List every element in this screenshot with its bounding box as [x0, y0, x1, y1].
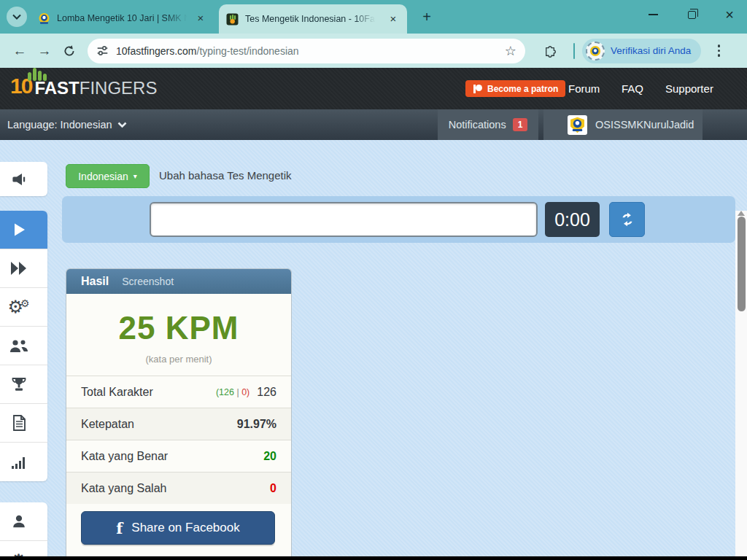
logo-wordmark: FASTFINGERS — [34, 78, 157, 98]
sidebar-item-competitions[interactable] — [0, 365, 47, 404]
extensions-button[interactable] — [538, 39, 563, 63]
toolbar-separator — [573, 43, 575, 59]
profile-verify-label: Verifikasi diri Anda — [611, 45, 691, 56]
school-emblem-favicon — [38, 12, 50, 25]
stat-row-kata-benar: Kata yang Benar 20 — [66, 440, 291, 472]
puzzle-icon — [544, 44, 557, 58]
username: OSISSMKNurulJadid — [595, 119, 694, 131]
fast-forward-icon — [9, 260, 28, 276]
browser-titlebar: Lomba Mengetik 10 Jari | SMK N × Tes Men… — [0, 0, 747, 34]
test-language-label: Indonesian — [78, 171, 128, 182]
sidebar-card-announcements — [0, 162, 47, 196]
back-button[interactable]: ← — [7, 39, 32, 63]
speed-result: 25 KPM (kata per menit) — [66, 294, 291, 376]
play-icon — [10, 221, 28, 238]
notifications-badge: 1 — [513, 118, 528, 131]
stat-row-ketepatan: Ketepatan 91.97% — [66, 408, 291, 440]
nav-link-faq[interactable]: FAQ — [622, 68, 643, 109]
tab-close-icon[interactable]: × — [387, 12, 400, 26]
share-facebook-label: Share on Facebook — [131, 521, 239, 535]
url-bar[interactable]: 10fastfingers.com/typing-test/indonesian… — [88, 39, 525, 63]
tab-hasil[interactable]: Hasil — [81, 275, 109, 288]
language-selector[interactable]: Language: Indonesian — [7, 109, 127, 140]
chevron-down-icon — [12, 14, 21, 20]
tab-screenshot[interactable]: Screenshot — [122, 276, 174, 287]
sidebar-card-main: ⚙⚙ — [0, 211, 47, 481]
bookmark-star-icon[interactable]: ☆ — [505, 43, 516, 59]
restore-icon — [688, 11, 696, 19]
nav-link-supporter[interactable]: Supporter — [665, 68, 713, 109]
logo-fast: FAST — [34, 78, 79, 98]
browser-menu-button[interactable] — [711, 44, 726, 57]
typing-test-bar: 0:00 — [62, 196, 735, 243]
stat-label: Kata yang Benar — [81, 450, 263, 463]
forward-button[interactable]: → — [32, 39, 57, 63]
document-icon — [11, 414, 27, 432]
timer-display: 0:00 — [545, 202, 600, 237]
profile-avatar — [586, 42, 605, 61]
language-label: Language: Indonesian — [7, 119, 112, 131]
close-icon: × — [725, 7, 734, 22]
page-scrollbar[interactable] — [735, 211, 747, 560]
results-panel: Hasil Screenshot 25 KPM (kata per menit)… — [66, 268, 292, 556]
browser-toolbar: ← → 10fastfingers.com/typing-test/indone… — [0, 34, 747, 68]
window-restore-button[interactable] — [675, 0, 708, 29]
profile-verify-button[interactable]: Verifikasi diri Anda — [582, 39, 701, 63]
reload-icon — [63, 44, 76, 58]
restart-test-button[interactable] — [609, 202, 645, 237]
site-settings-icon[interactable] — [96, 44, 109, 57]
notifications-button[interactable]: Notifications 1 — [438, 109, 538, 140]
chevron-down-icon — [117, 122, 127, 128]
become-patron-button[interactable]: Become a patron — [465, 80, 565, 97]
sidebar-item-announcements[interactable] — [0, 162, 47, 196]
browser-window: Lomba Mengetik 10 Jari | SMK N × Tes Men… — [0, 0, 747, 560]
tab-search-button[interactable] — [7, 7, 27, 27]
reload-button[interactable] — [57, 39, 82, 63]
sidebar-item-advanced-test[interactable] — [0, 249, 47, 288]
users-icon — [9, 338, 29, 354]
site-header: 10 FASTFINGERS Become a patron Forum FAQ… — [0, 68, 747, 109]
logo-fingers: FINGERS — [80, 78, 158, 98]
url-host: 10fastfingers.com — [116, 45, 197, 57]
stat-value: 91.97% — [237, 418, 276, 431]
results-tabs: Hasil Screenshot — [66, 269, 291, 294]
keystroke-breakdown: (126 | 0) — [216, 387, 249, 397]
change-language-text: Ubah bahasa Tes Mengetik — [159, 169, 292, 182]
school-emblem-icon — [569, 117, 586, 133]
sidebar-item-text-practice[interactable] — [0, 404, 47, 443]
stat-row-kata-salah: Kata yang Salah 0 — [66, 472, 291, 504]
sidebar-item-statistics[interactable] — [0, 443, 47, 481]
tab-close-icon[interactable]: × — [194, 12, 207, 25]
facebook-icon: f — [116, 519, 123, 537]
sidebar-item-profile[interactable] — [0, 502, 47, 541]
new-tab-button[interactable]: + — [417, 8, 436, 27]
trophy-icon — [10, 376, 28, 393]
stat-value: 20 — [263, 450, 276, 463]
test-language-dropdown[interactable]: Indonesian ▾ — [66, 164, 150, 188]
url-text[interactable]: 10fastfingers.com/typing-test/indonesian — [116, 45, 499, 57]
stat-label: Ketepatan — [81, 418, 237, 431]
scroll-up-arrow[interactable] — [738, 211, 745, 216]
nav-link-forum[interactable]: Forum — [568, 68, 600, 109]
stat-value: 126 — [257, 386, 276, 399]
tab-lomba-mengetik[interactable]: Lomba Mengetik 10 Jari | SMK N × — [31, 6, 214, 31]
sidebar-item-custom-test[interactable]: ⚙⚙ — [0, 288, 47, 327]
user-menu[interactable]: OSISSMKNurulJadid — [543, 109, 703, 140]
stat-row-total-karakter: Total Karakter (126 | 0) 126 — [66, 376, 291, 408]
window-minimize-button[interactable] — [636, 0, 670, 29]
minimize-icon — [649, 14, 658, 15]
tab-title: Lomba Mengetik 10 Jari | SMK N — [57, 13, 190, 23]
sub-navigation: Language: Indonesian Notifications 1 OSI… — [0, 109, 747, 140]
user-avatar — [568, 115, 587, 135]
site-logo[interactable]: 10 FASTFINGERS — [10, 74, 157, 98]
sidebar-item-typing-test[interactable] — [0, 211, 47, 249]
patreon-icon — [473, 84, 483, 94]
tab-tes-mengetik-active[interactable]: Tes Mengetik Indonesian - 10Fa × — [219, 4, 407, 34]
sidebar-item-multiplayer[interactable] — [0, 327, 47, 365]
share-facebook-button[interactable]: f Share on Facebook — [81, 511, 275, 545]
url-path: /typing-test/indonesian — [197, 45, 299, 57]
user-icon — [11, 513, 27, 529]
window-close-button[interactable]: × — [713, 0, 746, 29]
scrollbar-thumb[interactable] — [738, 217, 746, 311]
typing-input[interactable] — [150, 202, 538, 237]
